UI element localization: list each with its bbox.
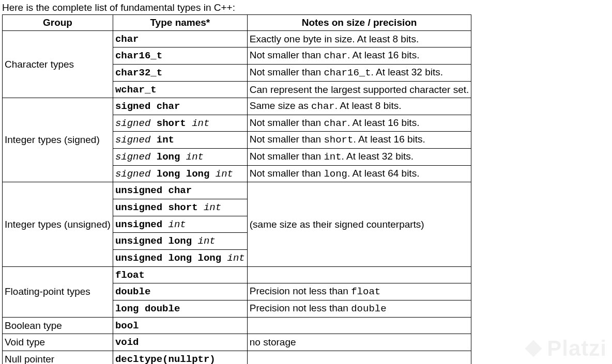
type-name-cell: wchar_t: [113, 81, 247, 98]
header-group: Group: [3, 15, 113, 31]
group-cell: Void type: [3, 334, 113, 351]
notes-cell: Not smaller than char. At least 16 bits.: [247, 115, 471, 132]
table-row: Boolean typebool: [3, 317, 471, 334]
type-name-cell: char16_t: [113, 48, 247, 65]
notes-cell: [247, 317, 471, 334]
type-name-cell: double: [113, 283, 247, 300]
group-cell: Null pointer: [3, 351, 113, 364]
notes-cell: (same size as their signed counterparts): [247, 182, 471, 266]
notes-cell: Not smaller than char. At least 16 bits.: [247, 48, 471, 65]
type-name-cell: unsigned long int: [113, 233, 247, 250]
notes-cell: Precision not less than double: [247, 300, 471, 317]
type-name-cell: char: [113, 30, 247, 48]
type-name-cell: unsigned char: [113, 182, 247, 199]
type-name-cell: signed char: [113, 98, 247, 115]
group-cell: Integer types (signed): [3, 98, 113, 182]
type-name-cell: signed int: [113, 132, 247, 149]
type-name-cell: long double: [113, 300, 247, 317]
group-cell: Integer types (unsigned): [3, 182, 113, 266]
notes-cell: Precision not less than float: [247, 283, 471, 300]
type-name-cell: unsigned short int: [113, 199, 247, 216]
type-name-cell: char32_t: [113, 64, 247, 81]
watermark: Platzi: [523, 336, 607, 361]
notes-cell: Not smaller than int. At least 32 bits.: [247, 149, 471, 166]
notes-cell: Can represent the largest supported char…: [247, 81, 471, 98]
header-typenames: Type names*: [113, 15, 247, 31]
header-notes: Notes on size / precision: [247, 15, 471, 31]
table-row: Floating-point typesfloat: [3, 266, 471, 283]
table-row: Integer types (signed)signed charSame si…: [3, 98, 471, 115]
table-row: Null pointerdecltype(nullptr): [3, 351, 471, 364]
notes-cell: Exactly one byte in size. At least 8 bit…: [247, 30, 471, 48]
type-name-cell: signed short int: [113, 115, 247, 132]
notes-cell: [247, 351, 471, 364]
intro-text: Here is the complete list of fundamental…: [2, 2, 610, 13]
type-name-cell: void: [113, 334, 247, 351]
notes-cell: no storage: [247, 334, 471, 351]
platzi-logo-icon: [523, 338, 544, 359]
group-cell: Boolean type: [3, 317, 113, 334]
table-row: Integer types (unsigned)unsigned char(sa…: [3, 182, 471, 199]
notes-cell: [247, 266, 471, 283]
notes-cell: Not smaller than char16_t. At least 32 b…: [247, 64, 471, 81]
type-name-cell: signed long long int: [113, 165, 247, 182]
notes-cell: Not smaller than short. At least 16 bits…: [247, 132, 471, 149]
table-row: Void typevoidno storage: [3, 334, 471, 351]
table-row: Character typescharExactly one byte in s…: [3, 30, 471, 48]
type-name-cell: unsigned int: [113, 216, 247, 233]
type-name-cell: decltype(nullptr): [113, 351, 247, 364]
types-table: Group Type names* Notes on size / precis…: [2, 14, 471, 364]
type-name-cell: signed long int: [113, 149, 247, 166]
group-cell: Character types: [3, 30, 113, 98]
type-name-cell: float: [113, 266, 247, 283]
notes-cell: Same size as char. At least 8 bits.: [247, 98, 471, 115]
type-name-cell: bool: [113, 317, 247, 334]
notes-cell: Not smaller than long. At least 64 bits.: [247, 165, 471, 182]
group-cell: Floating-point types: [3, 266, 113, 317]
type-name-cell: unsigned long long int: [113, 249, 247, 266]
